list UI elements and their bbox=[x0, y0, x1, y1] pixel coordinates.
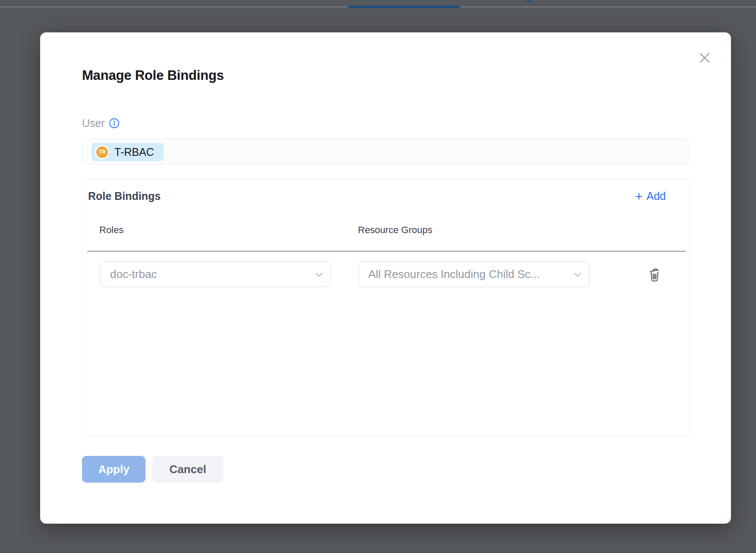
info-icon[interactable] bbox=[109, 118, 120, 129]
role-select-value: doc-trbac bbox=[110, 268, 157, 281]
role-bindings-heading: Role Bindings bbox=[88, 190, 161, 202]
cancel-button[interactable]: Cancel bbox=[152, 456, 223, 483]
resource-group-select-value: All Resources Including Child Sc... bbox=[368, 268, 540, 281]
chevron-down-icon bbox=[574, 272, 582, 277]
user-input[interactable]: TR T-RBAC bbox=[82, 139, 690, 164]
add-binding-button[interactable]: + Add bbox=[635, 190, 666, 202]
manage-role-bindings-dialog: Manage Role Bindings User TR T-RBAC Role… bbox=[40, 32, 731, 524]
trash-icon bbox=[648, 266, 661, 282]
page-title: Manage Role Bindings bbox=[82, 68, 224, 83]
background-active-tab-indicator bbox=[348, 6, 460, 8]
user-chip-label: T-RBAC bbox=[114, 146, 154, 158]
table-header-divider bbox=[87, 251, 686, 252]
user-label-row: User bbox=[82, 117, 120, 130]
delete-binding-button[interactable] bbox=[648, 266, 661, 282]
background-nav-glyph-fragment bbox=[525, 0, 532, 2]
apply-button[interactable]: Apply bbox=[82, 456, 146, 483]
role-bindings-panel: Role Bindings + Add Roles Resource Group… bbox=[82, 179, 690, 437]
close-icon[interactable] bbox=[698, 51, 711, 64]
plus-icon: + bbox=[635, 191, 643, 202]
column-header-resource-groups: Resource Groups bbox=[358, 224, 432, 236]
user-label: User bbox=[82, 117, 105, 130]
role-select[interactable]: doc-trbac bbox=[100, 261, 331, 287]
avatar: TR bbox=[96, 146, 108, 158]
resource-group-select[interactable]: All Resources Including Child Sc... bbox=[358, 261, 590, 287]
chevron-down-icon bbox=[315, 272, 323, 277]
user-chip: TR T-RBAC bbox=[92, 143, 164, 161]
column-header-roles: Roles bbox=[99, 224, 123, 236]
add-button-label: Add bbox=[647, 190, 666, 202]
